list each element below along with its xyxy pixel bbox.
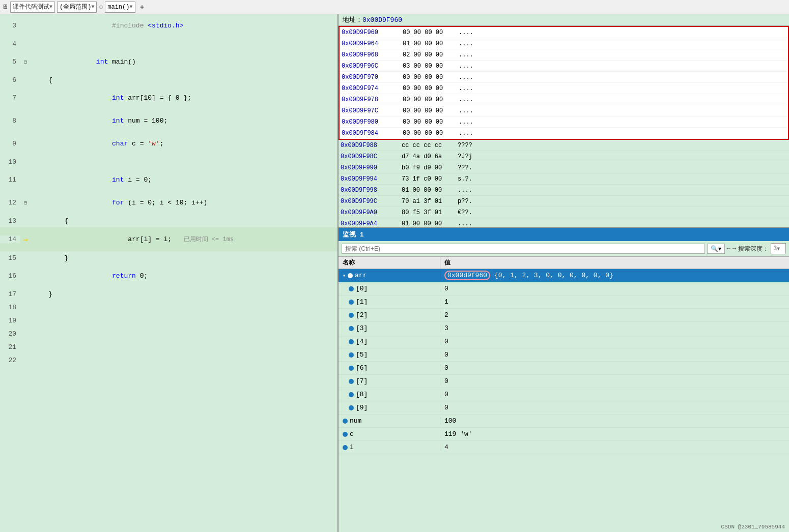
mem-chars-14: ....	[456, 187, 474, 194]
memory-row-11: 0x00D9F98C d7 4a d0 6a ?J?j	[339, 151, 789, 162]
mem-addr-10: 0x00D9F988	[339, 142, 400, 149]
memory-table[interactable]: 0x00D9F960 00 00 00 00 .... 0x00D9F964 0…	[339, 26, 789, 227]
expand-arr[interactable]: ▾	[343, 273, 346, 279]
line-content-12: for (i = 0; i < 10; i++)	[31, 191, 337, 214]
mem-bytes-15: 70 a1 3f 01	[400, 198, 456, 205]
current-line-arrow: ⇒	[23, 234, 28, 245]
watch-name-idx6: [6]	[339, 364, 440, 372]
memory-row-0: 0x00D9F960 00 00 00 00 ....	[340, 27, 788, 38]
watch-name-idx7: [7]	[339, 377, 440, 385]
watch-row-3[interactable]: [3] 3	[339, 322, 789, 335]
code-line-10: 10	[0, 155, 337, 168]
watch-row-6[interactable]: [6] 0	[339, 362, 789, 375]
watch-row-2[interactable]: [2] 2	[339, 309, 789, 322]
watch-row-0[interactable]: [0] 0	[339, 282, 789, 295]
line-num-6: 6	[0, 76, 20, 84]
mem-bytes-8: 00 00 00 00	[401, 119, 457, 126]
scope-dropdown-arrow: ▼	[91, 4, 94, 10]
line-num-14: 14	[0, 235, 20, 243]
nav-right-arrow[interactable]: →	[732, 245, 736, 252]
mem-bytes-6: 00 00 00 00	[401, 96, 457, 103]
dropdown-arrow: ▼	[49, 4, 52, 10]
add-icon[interactable]: ＋	[137, 2, 147, 13]
memory-row-2: 0x00D9F968 02 00 00 00 ....	[340, 49, 788, 61]
line-num-19: 19	[0, 317, 20, 324]
main-content: 3 #include <stdio.h> 4 5 ⊟	[0, 14, 789, 532]
dot-6	[349, 366, 354, 371]
line-content-7: int arr[10] = { 0 };	[31, 86, 337, 109]
line-content-6: {	[31, 76, 337, 84]
mem-chars-12: ???.	[456, 164, 474, 171]
idx3-label: [3]	[356, 324, 368, 332]
line-num-3: 3	[0, 22, 20, 29]
watch-row-1[interactable]: [1] 1	[339, 295, 789, 309]
line-num-22: 22	[0, 357, 20, 364]
function-dropdown[interactable]: main() ▼	[105, 2, 135, 13]
idx2-label: [2]	[356, 311, 368, 319]
mem-addr-9: 0x00D9F984	[340, 130, 401, 137]
watch-row-8[interactable]: [8] 0	[339, 388, 789, 401]
memory-panel: 地址： 0x00D9F960 0x00D9F960 00 00 00 00 ..…	[339, 14, 789, 228]
watch-name-idx9: [9]	[339, 404, 440, 411]
watch-value-0: 0	[440, 285, 789, 292]
code-line-15: 15 }	[0, 251, 337, 264]
memory-row-17: 0x00D9F9A4 01 00 00 00 ....	[339, 218, 789, 227]
mem-addr-2: 0x00D9F968	[340, 51, 401, 58]
arr-label: arr	[355, 272, 367, 279]
function-label: main()	[107, 4, 129, 11]
collapse-5[interactable]: ⊟	[24, 59, 27, 65]
watch-row-num[interactable]: num 100	[339, 415, 789, 428]
watch-name-idx2: [2]	[339, 311, 440, 319]
mem-addr-4: 0x00D9F970	[340, 74, 401, 81]
watch-list[interactable]: ▾ arr 0x00d9f960 {0, 1, 2, 3, 0, 0, 0, 0…	[339, 269, 789, 532]
search-button[interactable]: 🔍▾	[707, 244, 725, 254]
nav-left-arrow[interactable]: ←	[727, 245, 730, 252]
mem-chars-9: ....	[457, 130, 475, 137]
mem-bytes-4: 00 00 00 00	[401, 74, 457, 81]
mem-chars-16: €??.	[456, 209, 474, 216]
dot-3	[349, 326, 354, 331]
watch-title: 监视 1	[343, 231, 364, 239]
watch-row-7[interactable]: [7] 0	[339, 375, 789, 388]
code-line-4: 4	[0, 37, 337, 50]
mem-chars-17: ....	[456, 220, 474, 227]
watch-row-arr[interactable]: ▾ arr 0x00d9f960 {0, 1, 2, 3, 0, 0, 0, 0…	[339, 269, 789, 282]
memory-row-7: 0x00D9F97C 00 00 00 00 ....	[340, 105, 788, 116]
watch-row-9[interactable]: [9] 0	[339, 401, 789, 415]
line-num-13: 13	[0, 217, 20, 225]
line-content-11: int i = 0;	[31, 168, 337, 191]
watch-row-i[interactable]: i 4	[339, 441, 789, 454]
scope-dropdown[interactable]: (全局范围) ▼	[57, 2, 97, 13]
watch-name-idx4: [4]	[339, 338, 440, 345]
watch-name-c: c	[339, 430, 440, 438]
num-label: num	[350, 417, 361, 425]
watch-value-1: 1	[440, 298, 789, 306]
watch-name-num: num	[339, 417, 440, 425]
project-dropdown[interactable]: 课件代码测试 ▼	[10, 2, 55, 13]
watch-row-5[interactable]: [5] 0	[339, 348, 789, 362]
code-line-8: 8 int num = 100;	[0, 109, 337, 132]
search-input[interactable]	[342, 244, 705, 254]
csdn-watermark: CSDN @2301_79585944	[721, 524, 785, 530]
watch-name-i: i	[339, 444, 440, 451]
watch-row-c[interactable]: c 119 'w'	[339, 428, 789, 441]
gutter-12: ⊟	[20, 200, 31, 206]
mem-addr-0: 0x00D9F960	[340, 29, 401, 36]
mem-addr-17: 0x00D9F9A4	[339, 220, 400, 227]
collapse-12[interactable]: ⊟	[24, 200, 27, 206]
gutter-14: ⇒	[20, 234, 31, 245]
code-line-12: 12 ⊟ for (i = 0; i < 10; i++)	[0, 191, 337, 214]
mem-chars-3: ....	[457, 63, 475, 70]
memory-row-4: 0x00D9F970 00 00 00 00 ....	[340, 72, 788, 83]
code-area[interactable]: 3 #include <stdio.h> 4 5 ⊟	[0, 14, 337, 532]
memory-row-3: 0x00D9F96C 03 00 00 00 ....	[340, 61, 788, 72]
line-num-11: 11	[0, 176, 20, 184]
watch-name-idx0: [0]	[339, 285, 440, 292]
depth-dropdown[interactable]: 3 ▼	[771, 243, 786, 254]
code-line-18: 18	[0, 301, 337, 314]
memory-row-8: 0x00D9F980 00 00 00 00 ....	[340, 116, 788, 128]
arr-array-value: {0, 1, 2, 3, 0, 0, 0, 0, 0, 0}	[494, 272, 613, 279]
watch-row-4[interactable]: [4] 0	[339, 335, 789, 348]
code-lines: 3 #include <stdio.h> 4 5 ⊟	[0, 14, 337, 367]
watch-value-7: 0	[440, 377, 789, 385]
